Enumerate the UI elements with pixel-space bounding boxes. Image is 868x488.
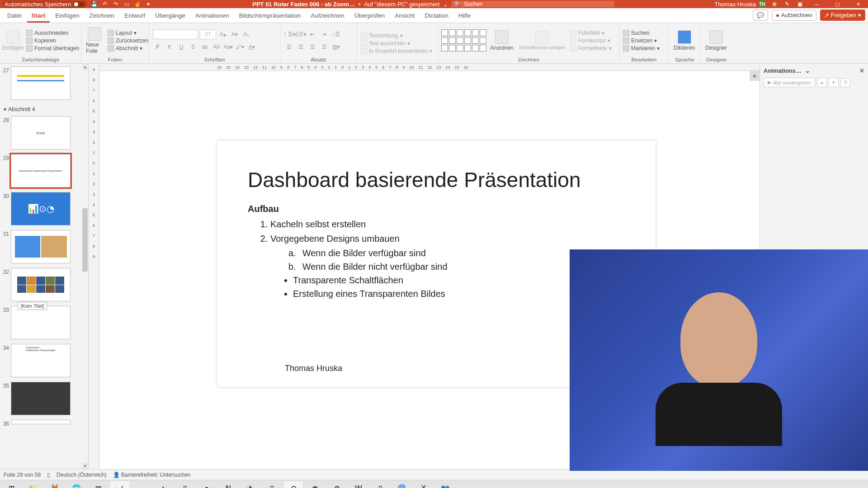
shapes-gallery[interactable] <box>441 29 486 52</box>
thumb-27[interactable]: 27 <box>1 66 86 100</box>
thumb-32[interactable]: 32[Kein Titel] <box>1 268 86 301</box>
tab-zeichnen[interactable]: Zeichnen <box>85 9 119 23</box>
tab-aufzeichnen[interactable]: Aufzeichnen <box>306 9 349 23</box>
scroll-thumb[interactable] <box>82 208 88 272</box>
search-box[interactable]: 🔍 Suchen <box>452 1 614 7</box>
edge-icon[interactable]: 🌀 <box>392 481 411 488</box>
file-explorer-icon[interactable]: 📁 <box>24 481 42 488</box>
shape-effects-button[interactable]: Formeffekte▾ <box>569 45 613 52</box>
thumb-33[interactable]: 33 <box>1 306 86 339</box>
font-size-combo[interactable]: 27 <box>200 29 216 39</box>
spacing-button[interactable]: AV <box>212 42 222 52</box>
pen-icon[interactable]: ✎ <box>783 0 791 8</box>
animation-pane-toggle[interactable]: ≡ <box>750 71 760 81</box>
app-icon[interactable]: ☁ <box>132 481 151 488</box>
bold-button[interactable]: F <box>153 42 163 52</box>
layout-button[interactable]: Layout▾ <box>107 30 149 36</box>
present-icon[interactable]: ▭ <box>123 0 131 8</box>
start-button[interactable]: ⊞ <box>2 481 21 488</box>
thumb-30[interactable]: 30📊⊙◔ <box>1 192 86 225</box>
thumb-36[interactable]: 36 <box>1 420 86 427</box>
scroll-up-icon[interactable]: ▴ <box>82 64 88 70</box>
copy-button[interactable]: Kopieren <box>25 38 80 44</box>
clear-format-icon[interactable]: Aₓ <box>241 29 251 39</box>
record-button[interactable]: ●Aufzeichnen <box>772 10 816 21</box>
chevron-down-icon[interactable]: ⌄ <box>805 67 810 74</box>
chrome-icon[interactable]: 🌐 <box>67 481 86 488</box>
arrange-button[interactable]: Anordnen <box>488 29 515 52</box>
vlc-icon[interactable]: ▲ <box>154 481 173 488</box>
case-button[interactable]: Aa▾ <box>223 42 233 52</box>
onenote-icon[interactable]: N <box>219 481 238 488</box>
thumb-34[interactable]: 34Dashboard Kaffeehaus Rosenkogler <box>1 344 86 377</box>
select-button[interactable]: Markieren▾ <box>622 45 660 52</box>
globe-icon[interactable]: ⊕ <box>770 0 778 8</box>
align-center-button[interactable]: ☰ <box>296 42 306 52</box>
thumb-28[interactable]: 28Ende <box>1 116 86 150</box>
save-icon[interactable]: 💾 <box>90 0 98 8</box>
undo-icon[interactable]: ↶ <box>101 0 109 8</box>
thumb-35[interactable]: 35 <box>1 382 86 415</box>
bullets-button[interactable]: ⋮☰▾ <box>284 29 294 39</box>
redo-icon[interactable]: ↷ <box>112 0 120 8</box>
indent-button[interactable]: ⇥ <box>319 29 329 39</box>
tab-hilfe[interactable]: Hilfe <box>454 9 475 23</box>
line-spacing-button[interactable]: ↕☰ <box>331 29 341 39</box>
strike-button[interactable]: S <box>188 42 198 52</box>
maximize-button[interactable]: ▢ <box>829 0 845 8</box>
close-icon[interactable]: ✕ <box>859 67 864 74</box>
tab-entwurf[interactable]: Entwurf <box>120 9 150 23</box>
tab-bildschirm[interactable]: Bildschirmpräsentation <box>235 9 306 23</box>
anim-help-button[interactable]: ? <box>840 78 850 87</box>
new-slide-button[interactable]: Neue Folie <box>84 26 105 55</box>
shape-outline-button[interactable]: Formkontur▾ <box>569 38 613 44</box>
slide-title[interactable]: Dashboard basierende Präsentation <box>248 168 581 192</box>
text-direction-button[interactable]: Textrichtung▾ <box>360 33 433 39</box>
quick-styles-button[interactable]: Schnellformat-vorlagen <box>517 30 567 51</box>
window-icon[interactable]: ▣ <box>796 0 804 8</box>
thumb-31[interactable]: 31 <box>1 230 86 263</box>
tab-datei[interactable]: Datei <box>3 9 26 23</box>
italic-button[interactable]: K <box>165 42 175 52</box>
designer-button[interactable]: Designer <box>703 29 729 52</box>
shape-fill-button[interactable]: Fülleffekt▾ <box>569 30 613 36</box>
font-color-button[interactable]: A▾ <box>247 42 257 52</box>
find-button[interactable]: Suchen <box>622 30 660 36</box>
powerpoint-icon[interactable]: 📊 <box>110 481 129 488</box>
app-icon[interactable]: ⊜ <box>327 481 346 488</box>
columns-button[interactable]: ▤▾ <box>331 42 341 52</box>
app-icon[interactable]: ● <box>197 481 216 488</box>
align-right-button[interactable]: ☰ <box>307 42 317 52</box>
outlook-icon[interactable]: ✉ <box>89 481 108 488</box>
reset-button[interactable]: Zurücksetzen <box>107 38 149 44</box>
tab-uebergaenge[interactable]: Übergänge <box>151 9 190 23</box>
align-text-button[interactable]: Text ausrichten▾ <box>360 40 433 47</box>
tab-animationen[interactable]: Animationen <box>191 9 234 23</box>
thumbs-scrollbar[interactable]: ▴▾ <box>82 64 88 469</box>
slide-author[interactable]: Thomas Hruska <box>285 364 342 373</box>
qat-more-icon[interactable]: ▾ <box>144 0 152 8</box>
tab-ansicht[interactable]: Ansicht <box>390 9 419 23</box>
autosave-toggle[interactable]: Automatisches Speichern <box>2 0 87 8</box>
outdent-button[interactable]: ⇤ <box>307 29 317 39</box>
cut-button[interactable]: Ausschneiden <box>25 30 80 36</box>
underline-button[interactable]: U <box>176 42 186 52</box>
align-left-button[interactable]: ☰ <box>284 42 294 52</box>
play-all-button[interactable]: ▶Alle wiedergeben <box>764 78 815 87</box>
telegram-icon[interactable]: ✈ <box>241 481 259 488</box>
app-icon[interactable]: ◉ <box>306 481 325 488</box>
anim-up-button[interactable]: ▴ <box>817 78 827 87</box>
highlight-button[interactable]: 🖊▾ <box>235 42 245 52</box>
smartart-button[interactable]: In SmartArt konvertieren▾ <box>360 48 433 54</box>
decrease-font-icon[interactable]: A▾ <box>230 29 240 39</box>
numbering-button[interactable]: 1☰▾ <box>296 29 306 39</box>
word-icon[interactable]: W <box>349 481 368 488</box>
format-painter-button[interactable]: Format übertragen <box>25 45 80 52</box>
slide-counter[interactable]: Folie 29 von 58 <box>4 472 41 478</box>
close-button[interactable]: ✕ <box>850 0 866 8</box>
minimize-button[interactable]: — <box>808 0 825 8</box>
app-icon[interactable]: ▯ <box>262 481 281 488</box>
excel-icon[interactable]: X <box>414 481 433 488</box>
app-icon[interactable]: ▯ <box>371 481 390 488</box>
user-account[interactable]: Thomas Hruska TH <box>714 0 766 8</box>
